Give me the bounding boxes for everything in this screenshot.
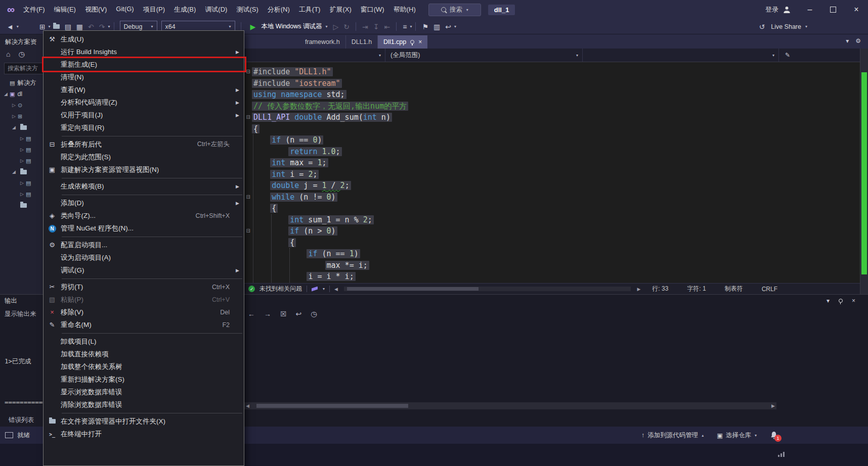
context-menu-item[interactable]: N管理 NuGet 程序包(N)... [44, 222, 244, 235]
fold-marker[interactable]: ⊟ [244, 225, 252, 237]
live-share-button[interactable]: ↺ Live Share ▾ [756, 23, 807, 30]
editor-vertical-scrollbar[interactable] [860, 49, 868, 294]
chevron-collapsed-icon[interactable]: ▷ [18, 158, 26, 163]
context-menu-item[interactable]: 分析和代码清理(Z)▶ [44, 96, 244, 109]
menubar-item[interactable]: 帮助(H) [389, 3, 420, 16]
indentation-indicator[interactable]: 制表符 [725, 285, 743, 293]
scrollbar-thumb[interactable] [256, 404, 408, 408]
context-menu-item[interactable]: ⚒生成(U) [44, 33, 244, 45]
menubar-item[interactable]: 编辑(E) [50, 3, 80, 16]
eol-indicator[interactable]: CRLF [762, 286, 777, 293]
code-line[interactable]: #include "iostream" [244, 78, 868, 89]
context-menu-item[interactable]: ✂剪切(T)Ctrl+X [44, 281, 244, 293]
member-dropdown[interactable]: ▾ [583, 49, 779, 62]
context-menu-item[interactable]: 重定向项目(R) [44, 121, 244, 134]
context-menu-item[interactable]: ▧粘贴(P)Ctrl+V [44, 293, 244, 306]
add-to-source-control-button[interactable]: ↑ 添加到源代码管理 ▴ [641, 431, 704, 440]
previous-message-icon[interactable]: ← [248, 310, 255, 318]
chevron-expanded-icon[interactable]: ◢ [10, 125, 18, 130]
word-wrap-icon[interactable]: ↩ [296, 310, 302, 318]
line-indicator[interactable]: 行: 33 [652, 285, 668, 293]
chevron-collapsed-icon[interactable]: ▷ [10, 114, 18, 119]
output-horizontal-scrollbar[interactable]: ◀ ▶ [244, 402, 776, 409]
start-without-debugging-icon[interactable]: ▷ [333, 23, 339, 30]
context-menu-item[interactable]: 添加(D)▶ [44, 197, 244, 209]
gear-icon[interactable]: ⚙ [855, 37, 861, 44]
pin-icon[interactable] [839, 299, 843, 303]
chevron-collapsed-icon[interactable]: ▷ [18, 192, 26, 197]
code-line[interactable]: if (n == 0) [244, 134, 868, 146]
health-message[interactable]: 未找到相关问题 [259, 285, 302, 293]
code-line[interactable]: using namespace std; [244, 89, 868, 101]
code-line[interactable]: ⊟ if (n > 0) [244, 225, 868, 237]
bookmark-icon[interactable]: ⚑ [422, 23, 428, 30]
context-menu-item[interactable]: 在文件资源管理器中打开文件夹(X) [44, 415, 244, 428]
chevron-collapsed-icon[interactable]: ▷ [18, 147, 26, 152]
edit-icon[interactable]: ✎ [785, 52, 790, 59]
context-menu-item[interactable]: ◈类向导(Z)...Ctrl+Shift+X [44, 209, 244, 222]
chevron-down-icon[interactable]: ▾ [410, 24, 412, 29]
code-line[interactable]: if (n == 1) [244, 248, 868, 260]
scrollbar-thumb[interactable] [347, 287, 479, 291]
close-icon[interactable]: × [852, 297, 855, 304]
context-menu-item[interactable]: 调试(G)▶ [44, 264, 244, 276]
add-item-icon[interactable]: ⊞ [39, 23, 46, 30]
chevron-down-icon[interactable]: ▾ [454, 24, 456, 29]
context-menu-item[interactable]: ✎重命名(M)F2 [44, 318, 244, 331]
scroll-left-icon[interactable]: ◀ [246, 403, 249, 408]
code-line[interactable]: i = i * i; [244, 271, 868, 283]
hot-reload-icon[interactable]: ↻ [343, 23, 350, 30]
step-over-icon[interactable]: ⇥ [362, 23, 368, 30]
menubar-item[interactable]: 窗口(W) [356, 3, 389, 16]
code-line[interactable]: double j = 1 / 2; [244, 180, 868, 192]
context-menu-item[interactable]: 加载直接依赖项 [44, 348, 244, 360]
context-menu-item[interactable]: ×移除(V)Del [44, 306, 244, 318]
menubar-item[interactable]: 生成(B) [169, 3, 200, 16]
redo-icon[interactable]: ↷ [99, 23, 105, 30]
maximize-button[interactable] [821, 0, 845, 19]
editor-tab[interactable]: Dll1.cpp× [378, 35, 427, 49]
output-source-label[interactable]: 显示输出来 [5, 310, 36, 318]
pin-icon[interactable] [410, 40, 414, 44]
chevron-collapsed-icon[interactable]: ▷ [10, 103, 18, 108]
start-debugging-button[interactable]: ▶ 本地 Windows 调试器 ▾ [248, 22, 328, 31]
feedback-person-icon[interactable] [783, 6, 791, 14]
editor-tab[interactable]: framework.h [299, 35, 346, 49]
context-menu-item-rebuild[interactable]: 重新生成(E) [44, 58, 244, 71]
menubar-item[interactable]: Git(G) [111, 3, 138, 16]
context-menu-item[interactable]: 查看(W)▶ [44, 83, 244, 96]
close-icon[interactable]: × [418, 38, 422, 45]
home-icon[interactable]: ⌂ [6, 50, 10, 58]
undo-icon[interactable]: ↶ [88, 23, 94, 30]
context-menu-item[interactable]: 设为启动项目(A) [44, 251, 244, 264]
menubar-item[interactable]: 工具(T) [294, 3, 325, 16]
tab-error-list[interactable]: 错误列表 [4, 414, 38, 426]
menubar-item[interactable]: 测试(S) [232, 3, 263, 16]
code-line[interactable]: return 1.0; [244, 146, 868, 158]
chevron-collapsed-icon[interactable]: ▷ [18, 180, 26, 185]
scroll-right-icon[interactable]: ▶ [637, 287, 640, 292]
context-menu-item[interactable]: 限定为此范围(S) [44, 151, 244, 163]
history-icon[interactable]: ◷ [311, 310, 317, 318]
context-menu-item[interactable]: 清理(N) [44, 71, 244, 83]
title-search-box[interactable]: 搜索 ▾ [428, 4, 481, 16]
menubar-item[interactable]: 视图(V) [80, 3, 111, 16]
fold-marker[interactable]: ⊟ [244, 112, 252, 123]
history-icon[interactable]: ◷ [18, 50, 24, 58]
context-menu-item[interactable]: 生成依赖项(B)▶ [44, 180, 244, 193]
context-menu-item[interactable]: 卸载项目(L) [44, 335, 244, 348]
chevron-expanded-icon[interactable]: ◢ [2, 91, 10, 97]
chevron-down-icon[interactable]: ▾ [17, 24, 19, 29]
scope-dropdown[interactable]: (全局范围) ▾ [385, 49, 583, 62]
context-menu-item[interactable]: ⊟折叠所有后代Ctrl+左箭头 [44, 138, 244, 151]
code-line[interactable]: { [244, 237, 868, 249]
horizontal-scrollbar[interactable] [344, 287, 631, 291]
context-menu-item[interactable]: ▣新建解决方案资源管理器视图(N) [44, 163, 244, 176]
open-folder-icon[interactable] [53, 24, 60, 29]
step-out-icon[interactable]: ⇤ [384, 23, 390, 30]
code-cleanup-icon[interactable] [312, 287, 318, 292]
project-dropdown[interactable]: ▾ [244, 49, 385, 62]
code-line[interactable]: ⊟DLL1_API double Add_sum(int n) [244, 112, 868, 123]
menubar-item[interactable]: 文件(F) [19, 3, 50, 16]
chevron-down-icon[interactable]: ▾ [827, 297, 830, 304]
